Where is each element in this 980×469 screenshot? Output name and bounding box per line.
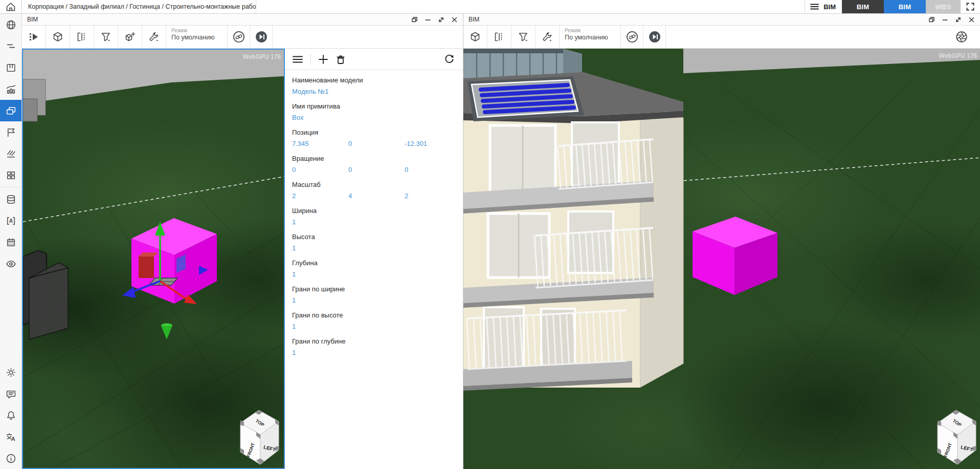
rail-item-theme[interactable]: [0, 361, 21, 383]
rail-item-info[interactable]: [0, 447, 21, 469]
rail-separator: [0, 187, 21, 187]
field-value-z[interactable]: -12.301: [405, 140, 461, 147]
bim-window-right: BIM: [463, 14, 980, 469]
field-value[interactable]: 1: [292, 270, 348, 278]
filter-button[interactable]: [511, 26, 536, 48]
rail-item-globe[interactable]: [0, 14, 21, 35]
rail-item-database[interactable]: [0, 188, 21, 210]
delete-button[interactable]: [336, 54, 346, 65]
tools-button[interactable]: [142, 26, 166, 48]
view-cube-right[interactable]: TOP FRONT LEFT: [938, 410, 976, 464]
viewport-3d-right[interactable]: TOP FRONT LEFT WebGPU 176: [463, 49, 980, 469]
rail-item-kanban[interactable]: [0, 57, 21, 78]
add-primitive-button[interactable]: [118, 26, 142, 48]
restore-icon[interactable]: [928, 16, 935, 23]
section-box-button[interactable]: [487, 26, 511, 48]
field-value-z[interactable]: 0: [405, 166, 461, 174]
expand-icon[interactable]: [955, 16, 962, 23]
field-value[interactable]: 1: [292, 296, 348, 304]
current-window-tab[interactable]: BIM: [805, 0, 842, 13]
home-icon: [5, 1, 16, 12]
grid-icon: [6, 170, 16, 181]
rail-item-hatch[interactable]: [0, 143, 21, 164]
hamburger-icon: [292, 55, 303, 64]
refresh-button[interactable]: [444, 54, 455, 65]
tab-bim-dark[interactable]: BIM: [842, 0, 884, 13]
field-value-z[interactable]: 2: [405, 192, 461, 200]
topbar-spacer: [256, 0, 805, 13]
wrench-icon: [148, 31, 160, 42]
left-window-titlebar[interactable]: BIM: [22, 14, 463, 26]
link-icon: [626, 31, 638, 43]
renderer-label-right: WebGPU 176: [939, 52, 977, 59]
properties-menu-button[interactable]: [292, 55, 303, 64]
hatch-lines-icon: [6, 148, 16, 159]
field-value-x[interactable]: 2: [292, 192, 348, 200]
rail-item-chart[interactable]: [0, 78, 21, 100]
field-value-x[interactable]: 0: [292, 166, 348, 174]
field-value[interactable]: Модель №1: [292, 88, 348, 95]
field-value[interactable]: 1: [292, 218, 348, 226]
field-value-y[interactable]: 4: [348, 192, 405, 200]
gizmo-axis-z[interactable]: [122, 287, 136, 298]
gantt-lines-icon: [6, 41, 16, 52]
model-cube-button[interactable]: [463, 26, 487, 48]
field-label: Имя примитива: [292, 102, 463, 110]
field-value[interactable]: 1: [292, 244, 348, 252]
filter-button[interactable]: [94, 26, 118, 48]
field-value[interactable]: Box: [292, 114, 348, 121]
field-value-x[interactable]: 7.345: [292, 140, 348, 147]
rail-item-visibility[interactable]: [0, 253, 21, 274]
rail-item-grid[interactable]: [0, 164, 21, 186]
current-window-tab-label: BIM: [823, 3, 836, 11]
svg-text:A: A: [11, 435, 15, 441]
close-icon[interactable]: [451, 16, 458, 23]
rail-item-flag[interactable]: [0, 121, 21, 143]
rail-item-gantt[interactable]: [0, 35, 21, 57]
mode-dropdown[interactable]: Режим По умолчанию: [166, 26, 228, 48]
minimize-icon[interactable]: [942, 16, 948, 23]
minimize-icon[interactable]: [425, 16, 431, 23]
play-button[interactable]: [643, 26, 666, 48]
rail-item-attributes[interactable]: A: [0, 210, 21, 231]
field-value-y[interactable]: 0: [348, 166, 405, 174]
rail-item-comments[interactable]: [0, 383, 21, 404]
tab-bim-blue[interactable]: BIM: [884, 0, 926, 13]
home-button[interactable]: [0, 0, 22, 13]
rail-item-calendar[interactable]: [0, 231, 21, 253]
section-box-button[interactable]: [70, 26, 94, 48]
field-value-y[interactable]: 0: [348, 140, 405, 147]
model-cube-button[interactable]: [46, 26, 70, 48]
restore-icon[interactable]: [411, 16, 418, 23]
close-icon[interactable]: [968, 16, 975, 23]
building-model[interactable]: [463, 49, 683, 391]
tools-button[interactable]: [536, 26, 560, 48]
structure-tree-button[interactable]: [22, 26, 46, 48]
rail-item-viewports[interactable]: [0, 100, 21, 121]
field-value[interactable]: 1: [292, 323, 348, 330]
breadcrumb[interactable]: Корпорация / Западный филиал / Гостиница…: [22, 0, 256, 13]
rail-item-language[interactable]: A: [0, 426, 21, 447]
mode-dropdown[interactable]: Режим По умолчанию: [560, 26, 621, 48]
right-window-titlebar[interactable]: BIM: [463, 14, 980, 26]
windows-upper: [490, 122, 619, 193]
tab-wbs[interactable]: WBS: [926, 0, 961, 13]
field-label: Вращение: [292, 155, 463, 162]
play-button[interactable]: [250, 26, 273, 48]
sync-link-button[interactable]: [621, 26, 643, 48]
rail-item-notifications[interactable]: [0, 404, 21, 426]
toolbar-spacer: [273, 26, 463, 48]
sync-link-button[interactable]: [228, 26, 250, 48]
svg-text:A: A: [9, 218, 13, 224]
properties-header: [285, 49, 463, 70]
viewport-3d-left[interactable]: TOP FRONT LEFT WebGPU 176: [22, 49, 285, 469]
view-cube-left[interactable]: TOP FRONT LEFT: [240, 410, 279, 464]
wrench-icon: [542, 31, 553, 42]
fullscreen-button[interactable]: [961, 0, 980, 13]
expand-icon[interactable]: [438, 16, 444, 23]
field-value[interactable]: 1: [292, 349, 348, 356]
snapshot-button[interactable]: [950, 26, 973, 48]
add-button[interactable]: [318, 54, 328, 65]
hamburger-icon: [810, 3, 819, 10]
field-label: Ширина: [292, 207, 463, 215]
